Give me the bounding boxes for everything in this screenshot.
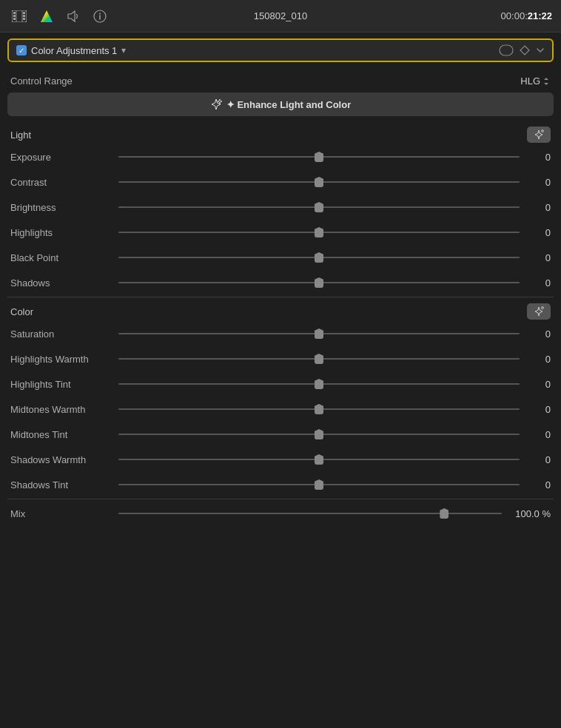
slider-light-3[interactable] — [118, 231, 520, 234]
slider-thumb-color-5[interactable] — [315, 454, 323, 465]
slider-label-color-2: Highlights Tint — [10, 379, 114, 390]
divider-1 — [7, 297, 554, 297]
slider-label-color-1: Highlights Warmth — [10, 354, 114, 365]
light-slider-row-2: Brightness 0 — [7, 195, 554, 220]
film-icon-btn[interactable] — [9, 9, 30, 24]
timecode-display: 00:00:21:22 — [501, 10, 552, 21]
slider-label-color-3: Midtones Warmth — [10, 404, 114, 415]
slider-light-0[interactable] — [118, 155, 520, 158]
slider-light-5[interactable] — [118, 281, 520, 284]
color-slider-row-2: Highlights Tint 0 — [7, 371, 554, 397]
color-wheel-icon-btn[interactable] — [37, 8, 56, 24]
slider-value-color-1: 0 — [524, 354, 551, 365]
slider-thumb-color-2[interactable] — [315, 379, 323, 389]
slider-color-4[interactable] — [118, 433, 520, 436]
slider-value-light-3: 0 — [524, 227, 551, 238]
slider-label-light-3: Highlights — [10, 227, 114, 238]
slider-thumb-light-2[interactable] — [315, 202, 323, 212]
adjustment-title: Color Adjustments 1 — [31, 45, 117, 56]
slider-color-2[interactable] — [118, 382, 520, 385]
slider-light-2[interactable] — [118, 206, 520, 209]
slider-value-color-3: 0 — [524, 404, 551, 415]
slider-label-light-2: Brightness — [10, 202, 114, 213]
slider-value-color-0: 0 — [524, 328, 551, 340]
slider-thumb-color-3[interactable] — [315, 404, 323, 414]
slider-label-color-5: Shadows Warmth — [10, 454, 114, 465]
slider-value-color-4: 0 — [524, 429, 551, 440]
adj-header-left: ✓ Color Adjustments 1 ▾ — [16, 45, 126, 56]
color-slider-row-6: Shadows Tint 0 — [7, 472, 554, 497]
slider-color-3[interactable] — [118, 408, 520, 411]
slider-value-light-5: 0 — [524, 277, 551, 289]
color-magic-button[interactable] — [527, 303, 551, 320]
svg-rect-1 — [13, 12, 16, 14]
svg-rect-4 — [23, 12, 25, 14]
enhance-button-label: ✦ Enhance Light and Color — [226, 99, 351, 110]
diamond-icon[interactable] — [520, 45, 530, 55]
slider-value-color-5: 0 — [524, 454, 551, 465]
color-slider-row-0: Saturation 0 — [7, 321, 554, 346]
top-bar: 150802_010 00:00:21:22 — [0, 0, 561, 33]
enhance-button[interactable]: ✦ Enhance Light and Color — [7, 92, 554, 116]
color-slider-row-5: Shadows Warmth 0 — [7, 447, 554, 472]
light-magic-button[interactable] — [527, 127, 551, 143]
divider-2 — [7, 499, 554, 499]
slider-color-5[interactable] — [118, 458, 520, 461]
color-slider-row-4: Midtones Tint 0 — [7, 422, 554, 447]
color-slider-row-1: Highlights Warmth 0 — [7, 346, 554, 371]
slider-thumb-light-3[interactable] — [315, 227, 323, 237]
mix-thumb[interactable] — [440, 508, 449, 519]
slider-label-color-6: Shadows Tint — [10, 479, 114, 491]
slider-value-color-2: 0 — [524, 379, 551, 390]
light-slider-row-4: Black Point 0 — [7, 245, 554, 270]
enable-checkbox[interactable]: ✓ — [16, 45, 27, 55]
mix-value: 100.0 % — [506, 508, 551, 519]
slider-thumb-light-1[interactable] — [315, 177, 323, 187]
mix-row: Mix 100.0 % — [7, 501, 554, 526]
svg-rect-2 — [13, 15, 16, 17]
audio-icon-btn[interactable] — [64, 8, 83, 24]
svg-rect-14 — [500, 45, 513, 55]
light-sliders-container: Exposure 0 Contrast 0 Brightness 0 Highl… — [7, 144, 554, 295]
slider-label-light-5: Shadows — [10, 277, 114, 289]
slider-thumb-light-5[interactable] — [315, 277, 323, 288]
slider-value-light-2: 0 — [524, 202, 551, 213]
adj-header-right — [499, 44, 545, 56]
slider-thumb-color-6[interactable] — [315, 479, 323, 490]
slider-thumb-light-4[interactable] — [315, 252, 323, 263]
slider-thumb-color-0[interactable] — [315, 328, 323, 339]
dropdown-arrow[interactable]: ▾ — [121, 45, 126, 55]
slider-thumb-light-0[interactable] — [315, 152, 323, 162]
slider-color-1[interactable] — [118, 357, 520, 360]
svg-marker-9 — [41, 10, 53, 22]
light-slider-row-3: Highlights 0 — [7, 220, 554, 245]
filename-display: 150802_010 — [254, 10, 307, 21]
hlg-value: HLG — [520, 75, 540, 87]
slider-light-1[interactable] — [118, 181, 520, 183]
slider-value-color-6: 0 — [524, 479, 551, 491]
hlg-selector[interactable]: HLG — [520, 75, 551, 87]
control-range-label: Control Range — [10, 75, 73, 87]
light-magic-icon — [533, 129, 545, 141]
hlg-stepper-icon — [542, 76, 551, 87]
slider-label-light-4: Black Point — [10, 252, 114, 263]
slider-label-color-0: Saturation — [10, 328, 114, 340]
main-panel: Control Range HLG ✦ Enhance Light and Co… — [0, 68, 561, 526]
mix-slider[interactable] — [118, 512, 502, 515]
shape-mask-icon[interactable] — [499, 44, 514, 56]
light-slider-row-5: Shadows 0 — [7, 270, 554, 295]
color-section-header: Color — [7, 300, 554, 321]
slider-color-6[interactable] — [118, 483, 520, 486]
light-slider-row-1: Contrast 0 — [7, 169, 554, 195]
color-magic-icon — [533, 306, 545, 317]
slider-thumb-color-4[interactable] — [315, 429, 323, 439]
slider-light-4[interactable] — [118, 256, 520, 259]
slider-value-light-4: 0 — [524, 252, 551, 263]
slider-thumb-color-1[interactable] — [315, 354, 323, 364]
enhance-icon — [210, 98, 222, 110]
info-icon-btn[interactable] — [90, 8, 110, 24]
color-slider-row-3: Midtones Warmth 0 — [7, 397, 554, 422]
slider-color-0[interactable] — [118, 332, 520, 335]
mix-label: Mix — [10, 508, 114, 519]
chevron-down-icon[interactable] — [536, 46, 545, 55]
